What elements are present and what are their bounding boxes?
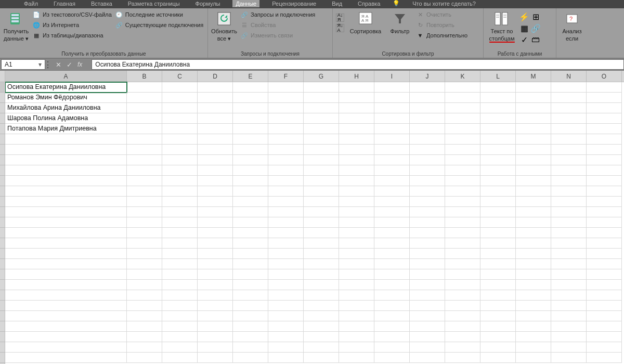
cell[interactable] [480, 186, 516, 197]
cell[interactable] [516, 311, 551, 321]
cell[interactable] [198, 280, 233, 290]
cell[interactable] [410, 259, 445, 269]
cell[interactable] [5, 301, 127, 311]
cell[interactable] [162, 238, 198, 249]
fx-icon[interactable]: fx [77, 61, 86, 68]
cell[interactable] [551, 301, 587, 311]
cell[interactable] [551, 82, 587, 93]
cell[interactable] [445, 134, 480, 145]
cell[interactable] [162, 103, 198, 113]
cell[interactable] [587, 259, 622, 269]
cell[interactable] [374, 353, 410, 363]
row-header[interactable] [0, 217, 5, 228]
cell[interactable] [233, 249, 268, 259]
cell[interactable] [516, 155, 551, 165]
cell[interactable] [268, 165, 304, 176]
cell[interactable] [339, 332, 374, 342]
cell[interactable] [5, 259, 127, 269]
cell[interactable] [5, 280, 127, 290]
cell[interactable] [339, 197, 374, 207]
cell[interactable] [480, 269, 516, 280]
row-header[interactable] [0, 290, 5, 301]
cell[interactable] [5, 238, 127, 249]
cell[interactable] [410, 155, 445, 165]
cell[interactable] [410, 332, 445, 342]
cell[interactable] [587, 353, 622, 363]
cell[interactable] [127, 145, 162, 155]
advanced-filter[interactable]: ▼Дополнительно [416, 31, 467, 40]
cell[interactable] [410, 311, 445, 321]
cell[interactable] [516, 124, 551, 134]
cell[interactable] [587, 124, 622, 134]
cell[interactable] [587, 269, 622, 280]
cell[interactable] [233, 134, 268, 145]
column-header[interactable]: M [516, 71, 551, 82]
cell[interactable] [551, 134, 587, 145]
cell[interactable] [516, 93, 551, 103]
cell[interactable] [374, 228, 410, 238]
cell[interactable] [516, 238, 551, 249]
cell[interactable] [127, 186, 162, 197]
cell[interactable] [304, 103, 339, 113]
cell[interactable] [339, 269, 374, 280]
cell[interactable] [551, 342, 587, 353]
name-box[interactable]: A1▾ [1, 59, 45, 70]
cell[interactable] [480, 217, 516, 228]
data-validation-icon[interactable]: ✓ [520, 35, 528, 44]
cell[interactable] [410, 321, 445, 332]
flash-fill-icon[interactable]: ⚡ [520, 12, 528, 21]
row-header[interactable] [0, 165, 5, 176]
cell[interactable] [339, 301, 374, 311]
row-header[interactable] [0, 321, 5, 332]
cell[interactable] [516, 186, 551, 197]
cell[interactable] [410, 238, 445, 249]
cell[interactable] [480, 113, 516, 124]
cell[interactable] [374, 238, 410, 249]
cell[interactable] [410, 301, 445, 311]
cell[interactable] [268, 82, 304, 93]
cell[interactable] [304, 93, 339, 103]
cell[interactable] [233, 228, 268, 238]
cell[interactable] [587, 134, 622, 145]
cell[interactable] [410, 186, 445, 197]
cell[interactable] [516, 228, 551, 238]
cell[interactable] [551, 280, 587, 290]
cell[interactable] [127, 342, 162, 353]
cell[interactable] [445, 228, 480, 238]
cell[interactable] [516, 113, 551, 124]
cell[interactable] [480, 207, 516, 217]
column-header[interactable]: F [268, 71, 304, 82]
cell[interactable] [5, 145, 127, 155]
cell[interactable] [233, 321, 268, 332]
cell[interactable] [587, 145, 622, 155]
cell[interactable] [445, 332, 480, 342]
cell[interactable] [445, 113, 480, 124]
cell[interactable] [304, 342, 339, 353]
row-header[interactable] [0, 311, 5, 321]
consolidate-icon[interactable]: ⊞ [531, 12, 540, 21]
cell[interactable] [551, 321, 587, 332]
cell[interactable] [410, 228, 445, 238]
cell[interactable] [551, 207, 587, 217]
cell[interactable] [445, 186, 480, 197]
cell[interactable] [551, 249, 587, 259]
cell[interactable] [233, 353, 268, 363]
cell[interactable] [127, 134, 162, 145]
cell[interactable] [127, 238, 162, 249]
cell[interactable] [233, 311, 268, 321]
row-header[interactable] [0, 197, 5, 207]
cell[interactable] [587, 103, 622, 113]
tab-formulas[interactable]: Формулы [192, 0, 224, 7]
cell[interactable] [127, 124, 162, 134]
tab-file[interactable]: Файл [21, 0, 41, 7]
cell[interactable] [233, 280, 268, 290]
cell[interactable] [233, 186, 268, 197]
cell[interactable] [162, 332, 198, 342]
column-header[interactable]: I [374, 71, 410, 82]
cell[interactable] [480, 332, 516, 342]
cell[interactable]: Потапова Мария Дмитриевна [5, 124, 127, 134]
cell[interactable] [339, 82, 374, 93]
tab-view[interactable]: Вид [329, 0, 345, 7]
cell[interactable] [587, 113, 622, 124]
cell[interactable] [162, 93, 198, 103]
